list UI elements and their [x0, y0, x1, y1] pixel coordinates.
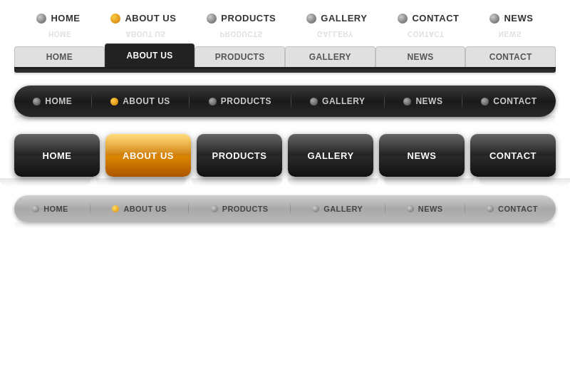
nav2-tab-about[interactable]: ABOUT US — [105, 43, 195, 67]
nav-bar-5: HOME ABOUT US PRODUCTS GALLERY NEWS — [14, 195, 556, 229]
nav5-divider-3 — [290, 202, 291, 215]
sphere-icon-gallery — [306, 14, 316, 24]
nav4-shadow-contact — [480, 178, 570, 187]
nav4-label-gallery: GALLERY — [307, 150, 353, 161]
nav3-item-products[interactable]: PRODUCTS — [204, 96, 276, 106]
nav1-label-products: PRODUCTS — [221, 13, 276, 24]
nav3-sphere-news — [403, 98, 411, 105]
sphere-icon-contact — [398, 14, 408, 24]
nav5-item-contact[interactable]: CONTACT — [487, 205, 538, 213]
nav5-divider-1 — [90, 202, 90, 215]
nav4-label-products: PRODUCTS — [212, 150, 267, 161]
nav4-shadow-products — [192, 178, 282, 187]
nav1-label-contact: CONTACT — [412, 13, 459, 24]
nav3-sphere-gallery — [310, 98, 318, 105]
nav5-item-about[interactable]: ABOUT US — [112, 205, 167, 213]
sphere-icon-products — [207, 14, 217, 24]
page-wrapper: HOME ABOUT US PRODUCTS GALLERY CONTACT N… — [0, 0, 570, 392]
nav3-sphere-home — [33, 98, 41, 105]
nav1-item-products[interactable]: PRODUCTS — [207, 13, 276, 24]
nav3-item-about[interactable]: ABOUT US — [106, 96, 175, 106]
sphere-icon-home — [36, 14, 46, 24]
nav3-item-contact[interactable]: CONTACT — [477, 96, 541, 106]
nav4-btn-news[interactable]: NEWS — [379, 134, 465, 177]
nav4-btn-gallery[interactable]: GALLERY — [288, 134, 373, 177]
nav-bar-2: HOME ABOUT US PRODUCTS GALLERY NEWS CONT… — [14, 43, 556, 76]
nav5-label-about: ABOUT US — [123, 205, 167, 213]
nav4-label-home: HOME — [43, 150, 72, 161]
nav5-item-home[interactable]: HOME — [32, 205, 68, 213]
nav4-btn-contact[interactable]: CONTACT — [470, 134, 556, 177]
nav5-label-home: HOME — [43, 205, 68, 213]
nav4-reflections — [0, 178, 570, 187]
nav3-label-gallery: GALLERY — [322, 96, 365, 106]
nav5-divider-5 — [465, 202, 465, 215]
nav5-divider-4 — [385, 202, 385, 215]
nav5-item-gallery[interactable]: GALLERY — [312, 205, 363, 213]
nav3-divider-1 — [91, 93, 92, 110]
nav2-tab-products[interactable]: PRODUCTS — [195, 46, 285, 67]
nav5-sphere-about — [112, 205, 119, 212]
nav1-label-news: NEWS — [504, 13, 533, 24]
nav4-shadow-about — [96, 178, 187, 187]
nav2-bar — [14, 67, 556, 73]
nav3-divider-5 — [462, 93, 462, 110]
nav5-label-gallery: GALLERY — [323, 205, 363, 213]
nav3-sphere-products — [209, 98, 217, 105]
nav5-pill: HOME ABOUT US PRODUCTS GALLERY NEWS — [14, 195, 556, 222]
nav3-label-contact: CONTACT — [493, 96, 537, 106]
nav5-sphere-news — [407, 205, 414, 212]
nav3-divider-2 — [189, 93, 190, 110]
nav3-sphere-about — [110, 98, 118, 105]
nav5-label-contact: CONTACT — [498, 205, 538, 213]
nav1-item-gallery[interactable]: GALLERY — [306, 13, 367, 24]
nav-bar-4: HOME ABOUT US PRODUCTS GALLERY NEWS CONT… — [14, 134, 556, 177]
nav1-item-news[interactable]: NEWS — [489, 13, 533, 24]
nav5-sphere-products — [211, 205, 218, 212]
nav1-label-about: ABOUT US — [125, 13, 176, 24]
nav5-sphere-contact — [487, 205, 494, 212]
nav-bar-1: HOME ABOUT US PRODUCTS GALLERY CONTACT N… — [14, 7, 556, 29]
nav3-sphere-contact — [481, 98, 489, 105]
nav1-item-home[interactable]: HOME — [36, 13, 80, 24]
nav4-label-news: NEWS — [408, 150, 437, 161]
nav5-label-products: PRODUCTS — [222, 205, 269, 213]
nav3-divider-4 — [384, 93, 385, 110]
nav4-btn-about[interactable]: ABOUT US — [105, 134, 191, 177]
nav2-tab-home[interactable]: HOME — [14, 46, 105, 67]
nav3-pill: HOME ABOUT US PRODUCTS GALLERY NEWS — [14, 86, 556, 117]
nav3-label-about: ABOUT US — [123, 96, 170, 106]
nav4-shadow-gallery — [288, 178, 378, 187]
nav3-label-products: PRODUCTS — [221, 96, 271, 106]
nav3-item-news[interactable]: NEWS — [399, 96, 447, 106]
sphere-icon-news — [489, 14, 499, 24]
nav3-reflection — [14, 115, 556, 124]
nav4-label-about: ABOUT US — [123, 150, 174, 161]
nav2-tabs: HOME ABOUT US PRODUCTS GALLERY NEWS CONT… — [14, 43, 556, 67]
nav-bar-3: HOME ABOUT US PRODUCTS GALLERY NEWS — [14, 86, 556, 124]
nav2-tab-contact[interactable]: CONTACT — [465, 46, 556, 67]
nav5-label-news: NEWS — [418, 205, 443, 213]
nav5-reflection — [14, 222, 556, 229]
nav4-btn-products[interactable]: PRODUCTS — [197, 134, 282, 177]
nav3-item-home[interactable]: HOME — [28, 96, 76, 106]
nav2-tab-gallery[interactable]: GALLERY — [285, 46, 375, 67]
nav5-item-news[interactable]: NEWS — [407, 205, 443, 213]
nav4-label-contact: CONTACT — [489, 150, 537, 161]
nav3-divider-3 — [291, 93, 291, 110]
nav3-label-news: NEWS — [415, 96, 442, 106]
nav5-sphere-home — [32, 205, 39, 212]
nav5-sphere-gallery — [312, 205, 319, 212]
nav4-shadow-home — [0, 178, 90, 187]
nav2-reflect-bar — [14, 73, 556, 76]
nav2-tab-news[interactable]: NEWS — [375, 46, 466, 67]
nav4-btn-home[interactable]: HOME — [14, 134, 100, 177]
nav1-item-about[interactable]: ABOUT US — [110, 13, 176, 24]
nav1-label-gallery: GALLERY — [321, 13, 367, 24]
nav5-item-products[interactable]: PRODUCTS — [211, 205, 269, 213]
nav1-item-contact[interactable]: CONTACT — [398, 13, 459, 24]
nav3-item-gallery[interactable]: GALLERY — [306, 96, 369, 106]
nav5-divider-2 — [188, 202, 189, 215]
nav4-shadow-news — [384, 178, 475, 187]
nav3-label-home: HOME — [45, 96, 72, 106]
